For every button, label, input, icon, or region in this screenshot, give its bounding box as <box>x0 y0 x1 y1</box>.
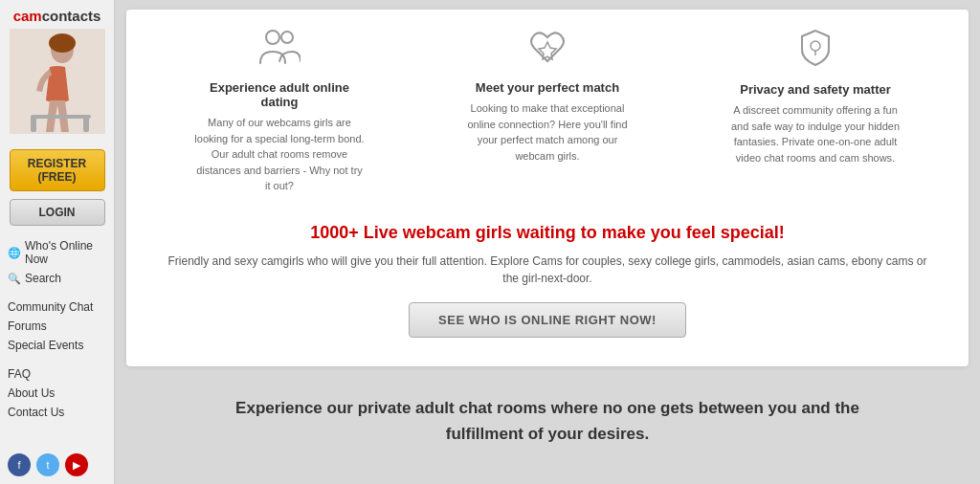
bottom-section: Experience our private adult chat rooms … <box>126 376 969 466</box>
main-content: Experience adult online dating Many of o… <box>115 0 980 484</box>
cta-headline: 1000+ Live webcam girls waiting to make … <box>165 223 930 243</box>
woman-silhouette <box>10 29 105 134</box>
logo: camcontacts <box>13 8 101 25</box>
perfect-match-title: Meet your perfect match <box>461 80 634 95</box>
svg-rect-3 <box>33 115 91 119</box>
twitter-icon[interactable]: t <box>36 453 59 476</box>
privacy-safety-icon <box>729 29 902 75</box>
cta-section: 1000+ Live webcam girls waiting to make … <box>145 213 949 347</box>
footer-logo: camcontacts <box>126 466 969 484</box>
globe-icon: 🌐 <box>8 247 21 259</box>
bottom-headline: Experience our private adult chat rooms … <box>203 395 892 447</box>
svg-rect-5 <box>83 115 89 132</box>
privacy-safety-desc: A discreet community offering a fun and … <box>729 102 902 165</box>
logo-contacts: contacts <box>42 8 101 24</box>
sidebar-item-about-us[interactable]: About Us <box>8 385 106 402</box>
sidebar-item-special-events[interactable]: Special Events <box>8 337 106 354</box>
sidebar-item-forums[interactable]: Forums <box>8 318 106 335</box>
feature-privacy-safety: Privacy and safety matter A discreet com… <box>720 29 911 194</box>
svg-point-8 <box>811 41 820 51</box>
logo-cam: cam <box>13 8 42 24</box>
youtube-icon[interactable]: ▶ <box>65 453 88 476</box>
sidebar: camcontacts REGI <box>0 0 115 484</box>
svg-point-6 <box>266 31 279 44</box>
login-button[interactable]: LOGIN <box>10 199 105 226</box>
svg-point-7 <box>281 32 293 43</box>
sidebar-item-contact-us[interactable]: Contact Us <box>8 404 106 421</box>
privacy-safety-title: Privacy and safety matter <box>729 82 902 97</box>
adult-dating-title: Experience adult online dating <box>193 80 366 109</box>
logo-image <box>10 29 105 134</box>
features-row: Experience adult online dating Many of o… <box>145 29 949 194</box>
cta-subtext: Friendly and sexy camgirls who will give… <box>165 253 930 287</box>
see-who-online-button[interactable]: SEE WHO IS ONLINE RIGHT NOW! <box>409 302 686 338</box>
sidebar-item-whos-online[interactable]: 🌐 Who's Online Now <box>8 237 106 268</box>
feature-adult-dating: Experience adult online dating Many of o… <box>184 29 375 194</box>
logo-area: camcontacts <box>0 0 114 142</box>
sidebar-item-faq[interactable]: FAQ <box>8 365 106 383</box>
search-icon: 🔍 <box>8 273 21 285</box>
feature-perfect-match: Meet your perfect match Looking to make … <box>452 29 643 194</box>
sidebar-nav: 🌐 Who's Online Now 🔍 Search Community Ch… <box>0 233 114 425</box>
register-button[interactable]: REGISTER (FREE) <box>10 149 105 191</box>
sidebar-social: f t ▶ <box>0 446 114 484</box>
facebook-icon[interactable]: f <box>8 453 31 476</box>
sidebar-item-search[interactable]: 🔍 Search <box>8 270 106 287</box>
sidebar-item-community-chat[interactable]: Community Chat <box>8 298 106 316</box>
white-card: Experience adult online dating Many of o… <box>126 10 969 366</box>
svg-rect-4 <box>31 115 36 132</box>
svg-point-2 <box>49 33 76 53</box>
perfect-match-icon <box>461 29 634 73</box>
adult-dating-desc: Many of our webcams girls are looking fo… <box>193 115 366 194</box>
perfect-match-desc: Looking to make that exceptional online … <box>461 100 634 164</box>
adult-dating-icon <box>193 29 366 73</box>
